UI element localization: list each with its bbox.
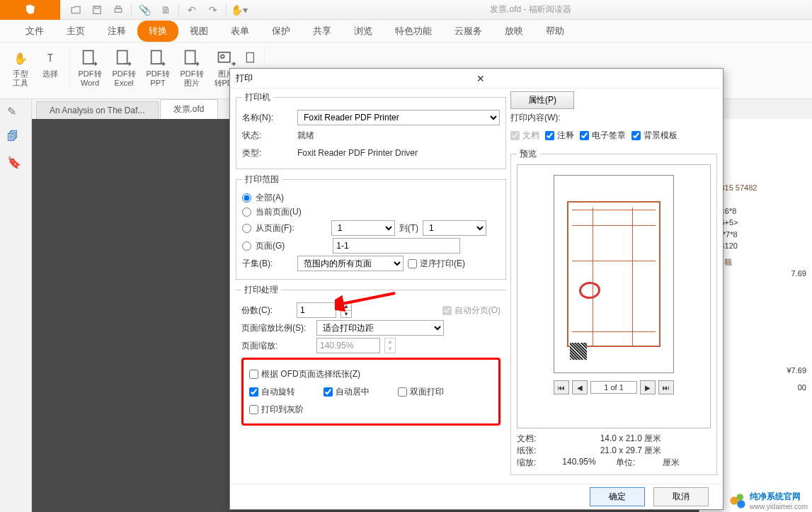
- menu-feature[interactable]: 特色功能: [384, 21, 443, 42]
- new-doc-icon[interactable]: 🗎: [156, 0, 176, 20]
- pdf-to-image-button[interactable]: PDF转 图片: [175, 47, 209, 89]
- menu-convert[interactable]: 转换: [137, 21, 178, 42]
- svg-rect-1: [95, 6, 98, 8]
- svg-rect-0: [93, 6, 101, 13]
- preview-nav: ⏮ ◀ 1 of 1 ▶ ⏭: [554, 380, 674, 394]
- edit-tool-icon[interactable]: ✎: [7, 105, 24, 122]
- menu-view[interactable]: 视图: [178, 21, 219, 42]
- content-sig-checkbox[interactable]: [580, 131, 589, 140]
- content-annot-checkbox[interactable]: [545, 131, 554, 140]
- printer-type: Foxit Reader PDF Printer Driver: [297, 148, 418, 158]
- content-doc-checkbox: [510, 131, 520, 140]
- autocenter-checkbox[interactable]: [324, 387, 333, 397]
- left-rail: ✎ 🗐 🔖: [0, 99, 32, 512]
- properties-button[interactable]: 属性(P): [510, 91, 574, 109]
- watermark: 纯净系统官网 www.yidaimei.com: [728, 491, 808, 511]
- scale-select[interactable]: 适合打印边距: [316, 320, 444, 336]
- print-range-section: 打印范围 全部(A) 当前页面(U) 从页面(F): 1 到(T) 1: [236, 173, 506, 280]
- pdf-to-excel-button[interactable]: PDF转 Excel: [107, 47, 141, 89]
- save-icon[interactable]: [87, 0, 107, 20]
- foxit-logo-icon: [24, 4, 37, 16]
- page-info: 1 of 1: [590, 381, 637, 394]
- dialog-title: 打印: [236, 72, 476, 84]
- menu-protect[interactable]: 保护: [261, 21, 302, 42]
- copies-up-button[interactable]: ▲: [341, 303, 351, 311]
- menu-help[interactable]: 帮助: [534, 21, 576, 42]
- pdf-to-word-button[interactable]: PDF转 Word: [73, 47, 107, 89]
- menu-annotate[interactable]: 注释: [96, 21, 137, 42]
- to-page-select[interactable]: 1: [423, 220, 486, 236]
- prev-page-button[interactable]: ◀: [572, 380, 588, 394]
- last-page-button[interactable]: ⏭: [658, 380, 674, 394]
- open-icon[interactable]: [66, 0, 86, 20]
- radio-all[interactable]: [242, 193, 251, 203]
- radio-current[interactable]: [242, 207, 251, 217]
- more-convert-button[interactable]: [243, 47, 260, 69]
- attach-icon[interactable]: 📎: [135, 0, 154, 20]
- zoom-up-button: ▲: [385, 339, 395, 346]
- menu-share[interactable]: 共享: [302, 21, 343, 42]
- radio-pages[interactable]: [242, 241, 251, 251]
- from-page-select[interactable]: 1: [331, 220, 395, 236]
- copy-icon[interactable]: 🗐: [7, 130, 24, 147]
- ofd-paper-checkbox[interactable]: [249, 370, 258, 379]
- preview-section: 预览 ⏮: [510, 148, 717, 475]
- svg-rect-5: [118, 51, 127, 64]
- select-tool-button[interactable]: Ｔ 选择: [35, 47, 65, 80]
- first-page-button[interactable]: ⏮: [554, 380, 569, 394]
- printer-name-select[interactable]: Foxit Reader PDF Printer: [297, 110, 500, 125]
- menu-home[interactable]: 主页: [55, 21, 96, 42]
- svg-point-14: [737, 500, 745, 508]
- svg-rect-2: [115, 8, 121, 12]
- quick-access-bar: 📎 🗎 ↶ ↷ ✋▾ 发票.ofd - 福昕阅读器: [0, 0, 812, 20]
- next-page-button[interactable]: ▶: [640, 380, 656, 394]
- hand-dropdown-icon[interactable]: ✋▾: [229, 0, 249, 20]
- qr-code-icon: [570, 343, 587, 360]
- radio-from[interactable]: [242, 224, 251, 233]
- copies-input[interactable]: [297, 302, 336, 318]
- svg-rect-10: [246, 53, 253, 62]
- more-icon: [241, 48, 261, 68]
- ok-button[interactable]: 确定: [590, 487, 645, 506]
- tab-doc-1[interactable]: An Analysis on The Daf...: [36, 101, 159, 119]
- dialog-footer: 确定 取消: [230, 484, 723, 509]
- grayscale-checkbox[interactable]: [249, 405, 258, 414]
- window-title: 发票.ofd - 福昕阅读器: [249, 4, 812, 16]
- pdf-excel-icon: [114, 48, 134, 68]
- pages-input[interactable]: [333, 238, 460, 254]
- menu-file[interactable]: 文件: [14, 21, 55, 42]
- app-logo: [0, 0, 60, 20]
- redo-icon[interactable]: ↷: [203, 0, 223, 20]
- close-button[interactable]: ✕: [476, 73, 717, 84]
- image-pdf-icon: [216, 48, 236, 68]
- printer-section: 打印机 名称(N): Foxit Reader PDF Printer 状态: …: [236, 91, 506, 169]
- undo-icon[interactable]: ↶: [182, 0, 202, 20]
- tab-doc-2[interactable]: 发票.ofd: [160, 99, 218, 119]
- preview-page: [554, 175, 674, 373]
- svg-point-13: [736, 494, 743, 501]
- pdf-ppt-icon: [148, 48, 168, 68]
- duplex-checkbox[interactable]: [398, 387, 407, 397]
- subset-select[interactable]: 范围内的所有页面: [297, 256, 404, 271]
- printer-status: 就绪: [297, 130, 314, 142]
- print-dialog: 打印 ✕ 打印机 名称(N): Foxit Reader PDF Printer…: [229, 68, 724, 510]
- hand-tool-button[interactable]: ✋ 手型 工具: [6, 47, 35, 89]
- autorotate-checkbox[interactable]: [249, 387, 258, 397]
- svg-rect-6: [151, 51, 161, 64]
- menu-bar: 文件 主页 注释 转换 视图 表单 保护 共享 浏览 特色功能 云服务 放映 帮…: [0, 20, 812, 42]
- menu-browse[interactable]: 浏览: [343, 21, 384, 42]
- reverse-checkbox[interactable]: [408, 259, 417, 268]
- bookmark-icon[interactable]: 🔖: [7, 156, 24, 173]
- pdf-word-icon: [80, 48, 100, 68]
- menu-form[interactable]: 表单: [219, 21, 261, 42]
- collate-checkbox: [442, 306, 452, 315]
- menu-show[interactable]: 放映: [493, 21, 534, 42]
- content-bg-checkbox[interactable]: [631, 131, 641, 140]
- cancel-button[interactable]: 取消: [653, 487, 709, 506]
- pdf-to-ppt-button[interactable]: PDF转 PPT: [141, 47, 175, 89]
- menu-cloud[interactable]: 云服务: [443, 21, 493, 42]
- print-icon[interactable]: [108, 0, 128, 20]
- copies-down-button[interactable]: ▼: [341, 311, 351, 318]
- zoom-down-button: ▼: [385, 346, 395, 353]
- svg-rect-4: [84, 51, 93, 64]
